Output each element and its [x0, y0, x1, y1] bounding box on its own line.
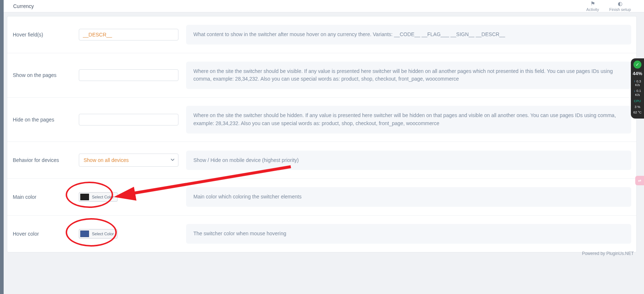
desc-hide-pages: Where on the site the switcher should be…	[186, 106, 631, 133]
desc-hover-color: The switcher color when mouse hovering	[186, 224, 631, 244]
hover-color-button-label: Select Color	[91, 232, 116, 236]
sys-upload: ↑ 0.3K/s	[631, 80, 644, 88]
footer-powered-by: Powered by PluginUs.NET	[582, 251, 634, 256]
label-show-pages: Show on the pages	[7, 72, 79, 78]
sys-percent: 44%	[631, 71, 644, 77]
contrast-icon: ◐	[618, 0, 622, 7]
desc-behavior: Show / Hide on mobile device (highest pr…	[186, 151, 631, 170]
sys-download: ↓ 0.1K/s	[631, 89, 644, 97]
row-show-pages: Show on the pages Where on the site the …	[7, 53, 636, 98]
hover-fields-input[interactable]	[79, 29, 178, 40]
finish-setup-label: Finish setup	[609, 7, 631, 12]
row-main-color: Main color Select Color Main color which…	[7, 179, 636, 216]
page-title: Currency	[13, 3, 34, 9]
sys-cpu-label: CPU	[631, 99, 644, 103]
label-behavior: Behavior for devices	[7, 157, 79, 163]
translate-icon: ⇄	[638, 179, 641, 183]
finish-setup-button[interactable]: ◐ Finish setup	[609, 0, 631, 12]
activity-label: Activity	[586, 7, 599, 12]
label-hover-fields: Hover field(s)	[7, 32, 79, 38]
shield-check-icon: ✓	[633, 61, 641, 69]
main-color-picker[interactable]: Select Color	[79, 192, 117, 202]
show-pages-input[interactable]	[79, 69, 178, 81]
sys-temp: 62 °C	[631, 111, 644, 115]
system-monitor-widget[interactable]: ✓ 44% ↑ 0.3K/s ↓ 0.1K/s CPU 3 % 62 °C	[631, 58, 644, 119]
row-hide-pages: Hide on the pages Where on the site the …	[7, 98, 636, 142]
behavior-select[interactable]: Show on all devices	[79, 154, 178, 167]
admin-top-bar: Currency ⚑ Activity ◐ Finish setup	[4, 0, 644, 12]
row-hover-fields: Hover field(s) What content to show in t…	[7, 16, 636, 53]
row-behavior: Behavior for devices Show on all devices…	[7, 142, 636, 179]
desc-main-color: Main color which coloring the switcher e…	[186, 187, 631, 207]
sys-cpu-pct: 3 %	[631, 105, 644, 109]
floating-tab[interactable]: ⇄	[635, 176, 644, 185]
hover-color-swatch	[80, 231, 89, 237]
main-color-button-label: Select Color	[91, 195, 116, 199]
flag-icon: ⚑	[590, 0, 595, 7]
hide-pages-input[interactable]	[79, 114, 178, 125]
wp-admin-bar-strip	[0, 0, 4, 294]
label-hide-pages: Hide on the pages	[7, 117, 79, 123]
settings-panel: Hover field(s) What content to show in t…	[7, 16, 637, 252]
top-actions: ⚑ Activity ◐ Finish setup	[586, 0, 631, 12]
main-color-swatch	[80, 194, 89, 200]
activity-button[interactable]: ⚑ Activity	[586, 0, 599, 12]
desc-show-pages: Where on the site the switcher should be…	[186, 62, 631, 89]
hover-color-picker[interactable]: Select Color	[79, 229, 117, 239]
label-main-color: Main color	[7, 194, 79, 200]
label-hover-color: Hover color	[7, 231, 79, 237]
row-hover-color: Hover color Select Color The switcher co…	[7, 216, 636, 252]
desc-hover-fields: What content to show in the switcher aft…	[186, 25, 631, 45]
